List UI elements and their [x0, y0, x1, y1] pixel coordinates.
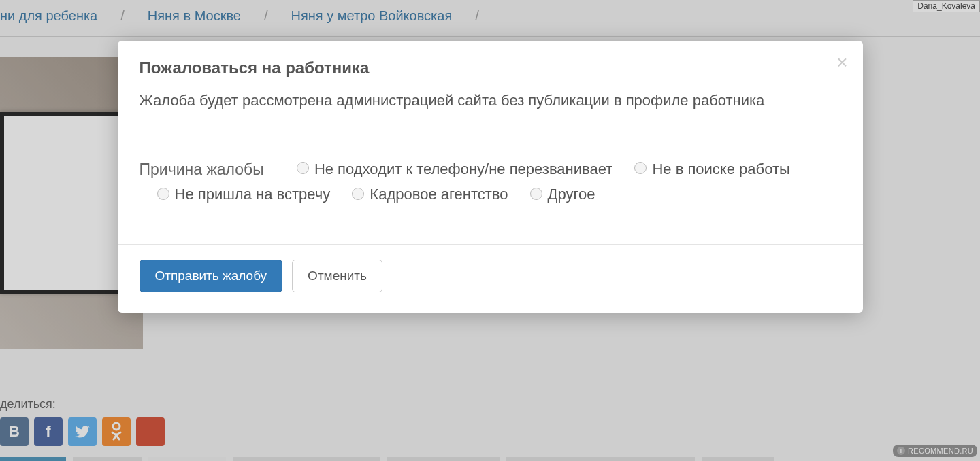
option-label: Не подходит к телефону/не перезванивает [314, 157, 612, 181]
option-label: Не в поиске работы [652, 157, 789, 181]
cancel-button[interactable]: Отменить [292, 260, 382, 292]
modal-title: Пожаловаться на работника [140, 58, 841, 78]
modal-subtitle: Жалоба будет рассмотрена администрацией … [140, 90, 841, 112]
radio-input[interactable] [352, 188, 364, 200]
reason-option[interactable]: Не в поиске работы [634, 157, 789, 181]
option-label: Кадровое агентство [370, 182, 508, 206]
radio-input[interactable] [634, 162, 647, 174]
reason-label: Причина жалобы [140, 160, 264, 178]
option-label: Другое [548, 182, 595, 206]
close-icon[interactable]: × [836, 53, 847, 72]
complaint-modal: × Пожаловаться на работника Жалоба будет… [118, 41, 863, 313]
modal-overlay: × Пожаловаться на работника Жалоба будет… [0, 0, 980, 461]
reason-option[interactable]: Кадровое агентство [352, 182, 508, 206]
radio-input[interactable] [530, 188, 542, 200]
reason-option[interactable]: Не подходит к телефону/не перезванивает [297, 157, 612, 181]
modal-body: Причина жалобы Не подходит к телефону/не… [118, 124, 863, 244]
option-label: Не пришла на встречу [175, 182, 331, 206]
reason-option[interactable]: Другое [530, 182, 595, 206]
submit-button[interactable]: Отправить жалобу [140, 260, 283, 292]
radio-input[interactable] [157, 188, 169, 200]
reason-option[interactable]: Не пришла на встречу [157, 182, 331, 206]
radio-input[interactable] [297, 162, 309, 174]
